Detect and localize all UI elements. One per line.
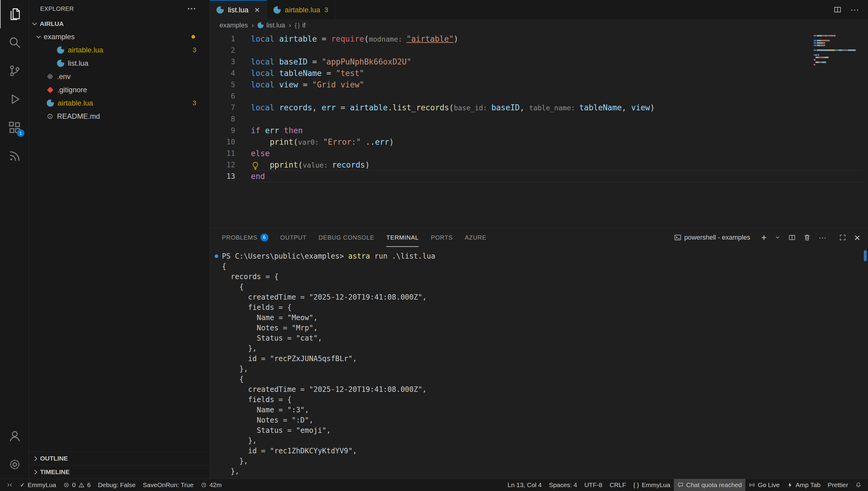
terminal[interactable]: PS C:\Users\public\examples> astra run .…	[210, 247, 868, 479]
terminal-text: {	[222, 375, 243, 383]
panel-tab-terminal[interactable]: TERMINAL	[386, 228, 419, 247]
terminal-scrollbar[interactable]	[864, 250, 867, 261]
code-line[interactable]: 11else	[210, 148, 868, 159]
tree-item-list.lua[interactable]: list.lua	[29, 57, 209, 70]
status-text: CRLF	[610, 481, 626, 489]
code-line[interactable]: 12 pprint(value: records)	[210, 159, 868, 171]
code-token: err	[265, 126, 279, 135]
code-token: pprint	[270, 161, 298, 169]
activity-run-and-debug[interactable]	[0, 85, 29, 113]
activity-settings[interactable]	[0, 450, 29, 479]
debug-status[interactable]: Debug: False	[94, 479, 139, 491]
code-token	[274, 57, 279, 66]
problems-badge: 3	[193, 46, 196, 54]
sidebar-section-timeline[interactable]: TIMELINE	[29, 465, 209, 479]
minimap-line	[814, 59, 859, 61]
minimap-token	[821, 57, 825, 58]
panel-tab-output[interactable]: OUTPUT	[280, 228, 307, 247]
code-line[interactable]: 13end	[210, 171, 868, 182]
indentation[interactable]: Spaces: 4	[545, 479, 581, 491]
problems-status[interactable]: 06	[60, 479, 94, 491]
activity-extensions[interactable]: 1	[0, 113, 29, 142]
minimap-token	[814, 35, 816, 36]
clock-icon	[201, 482, 207, 488]
sidebar-section-outline[interactable]: OUTLINE	[29, 452, 209, 465]
code-line[interactable]: 2	[210, 45, 868, 56]
breadcrumb-item-list.lua[interactable]: list.lua	[258, 21, 285, 29]
terminal-picker-icon[interactable]	[775, 234, 781, 240]
code-line[interactable]: 1local airtable = require(modname: "airt…	[210, 33, 868, 45]
code-token: local	[251, 69, 274, 78]
code-line[interactable]: 6	[210, 90, 868, 102]
activity-accounts[interactable]	[0, 422, 29, 450]
lightbulb-icon[interactable]	[251, 161, 260, 170]
timer-status[interactable]: 42m	[197, 479, 226, 491]
code-line[interactable]: 9if err then	[210, 125, 868, 136]
code-line[interactable]: 4local tableName = "test"	[210, 67, 868, 79]
terminal-select[interactable]: powershell - examples	[674, 234, 750, 241]
code-line[interactable]: 8	[210, 113, 868, 125]
go-live[interactable]: Go Live	[745, 479, 783, 491]
terminal-line: Status = "emoji",	[222, 425, 862, 436]
breadcrumb-label: if	[302, 21, 306, 29]
activity-stream[interactable]	[0, 142, 29, 170]
tree-item-README.md[interactable]: README.md	[29, 110, 209, 123]
saveonrun-status[interactable]: SaveOnRun: True	[139, 479, 197, 491]
activity-source-control[interactable]	[0, 57, 29, 85]
new-terminal-icon[interactable]: +	[761, 233, 767, 242]
eol[interactable]: CRLF	[606, 479, 630, 491]
split-editor-icon[interactable]	[834, 6, 841, 13]
close-icon[interactable]: ×	[255, 5, 260, 15]
panel-tab-debug-console[interactable]: DEBUG CONSOLE	[319, 228, 374, 247]
code-token: airtable	[350, 103, 388, 112]
language-mode[interactable]: { }EmmyLua	[630, 479, 674, 491]
emmylua-status[interactable]: ✓EmmyLua	[16, 479, 60, 491]
amp-tab[interactable]: Amp Tab	[783, 479, 824, 491]
notifications[interactable]	[852, 479, 865, 491]
tab-airtable.lua[interactable]: airtable.lua3	[267, 0, 335, 19]
minimap-token	[839, 50, 841, 51]
panel-tab-label: TERMINAL	[386, 234, 419, 241]
breadcrumb-item-examples[interactable]: examples	[220, 21, 248, 29]
command-decoration-dot[interactable]	[215, 254, 218, 258]
tab-list.lua[interactable]: list.lua×	[210, 0, 267, 19]
terminal-line: {	[222, 374, 862, 384]
breadcrumb-item-if[interactable]: { }if	[295, 21, 306, 29]
minimap-token	[826, 61, 826, 63]
code-line[interactable]: 3local baseID = "appPuNphBk66oxD2U"	[210, 56, 868, 67]
chat-quota[interactable]: Chat quota reached	[674, 479, 745, 491]
activity-explorer[interactable]	[0, 0, 29, 28]
prettier[interactable]: Prettier	[824, 479, 852, 491]
editor-more-actions-icon[interactable]: ···	[850, 5, 859, 14]
tree-item-airtable.lua[interactable]: airtable.lua3	[29, 44, 209, 57]
maximize-panel-icon[interactable]	[839, 234, 846, 241]
cursor-position[interactable]: Ln 13, Col 4	[504, 479, 545, 491]
bell-icon	[855, 482, 861, 488]
code-line[interactable]: 5local view = "Grid view"	[210, 79, 868, 90]
panel-tab-ports[interactable]: PORTS	[431, 228, 453, 247]
code-token	[260, 126, 265, 135]
terminal-more-actions-icon[interactable]: ···	[818, 234, 827, 241]
code-line[interactable]: 10 print(var0: "Error:" ..err)	[210, 136, 868, 148]
tree-item-.env[interactable]: .env	[29, 70, 209, 83]
minimap[interactable]	[814, 35, 859, 66]
code-editor[interactable]: 1local airtable = require(modname: "airt…	[210, 31, 868, 228]
panel-tab-problems[interactable]: PROBLEMS6	[222, 228, 268, 247]
tree-item-examples[interactable]: examples	[29, 30, 209, 44]
panel-tab-azure[interactable]: AZURE	[465, 228, 487, 247]
line-content: local baseID = "appPuNphBk66oxD2U"	[251, 57, 411, 66]
kill-terminal-icon[interactable]	[804, 234, 811, 241]
code-line[interactable]: 7local records, err = airtable.list_reco…	[210, 102, 868, 113]
open-editor-tabs: list.lua×airtable.lua3	[210, 0, 335, 19]
remote-indicator[interactable]	[3, 479, 16, 491]
activity-search[interactable]	[0, 28, 29, 57]
split-terminal-icon[interactable]	[788, 234, 795, 241]
more-actions-icon[interactable]: ···	[187, 4, 196, 13]
sidebar-title: EXPLORER	[40, 5, 74, 12]
close-panel-icon[interactable]: ×	[854, 232, 860, 243]
workspace-section[interactable]: AIRLUA	[29, 18, 209, 30]
code-token: err	[375, 138, 389, 146]
encoding[interactable]: UTF-8	[581, 479, 606, 491]
tree-item-airtable.lua[interactable]: airtable.lua3	[29, 96, 209, 110]
tree-item-.gitignore[interactable]: .gitignore	[29, 83, 209, 96]
